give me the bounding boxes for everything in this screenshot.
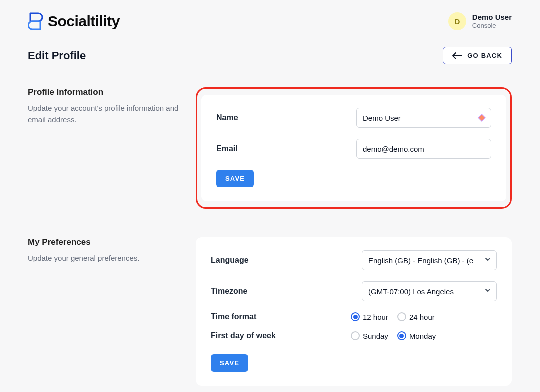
timeformat-label: Time format: [211, 312, 301, 321]
preferences-card: Language Timezone Time forma: [196, 237, 512, 386]
brand-logo[interactable]: Socialtility: [28, 12, 120, 31]
brand-logo-text: Socialtility: [48, 13, 120, 30]
firstday-label: First day of week: [211, 331, 301, 340]
timeformat-12h-label: 12 hour: [363, 313, 388, 321]
preferences-heading: My Preferences: [28, 237, 184, 247]
firstday-monday-label: Monday: [410, 332, 436, 340]
user-menu[interactable]: D Demo User Console: [448, 12, 512, 30]
language-select[interactable]: [362, 250, 497, 270]
name-input[interactable]: [356, 108, 492, 128]
user-role: Console: [472, 22, 512, 30]
firstday-monday-radio[interactable]: Monday: [398, 331, 436, 340]
profile-info-section: Profile Information Update your account'…: [28, 87, 512, 223]
timezone-select[interactable]: [362, 281, 497, 301]
go-back-button[interactable]: GO BACK: [443, 47, 512, 64]
arrow-left-icon: [452, 52, 462, 59]
radio-icon: [351, 331, 360, 340]
name-label: Name: [216, 113, 238, 122]
assistant-icon: [478, 113, 486, 122]
radio-icon: [398, 331, 406, 340]
timeformat-12h-radio[interactable]: 12 hour: [351, 312, 388, 321]
svg-marker-1: [479, 115, 485, 121]
profile-info-highlight: Name Email: [196, 87, 512, 209]
brand-logo-icon: [28, 12, 43, 31]
app-header: Socialtility D Demo User Console: [28, 12, 512, 31]
profile-info-card: Name Email: [202, 95, 506, 201]
email-input[interactable]: [356, 139, 492, 159]
avatar: D: [448, 12, 466, 30]
preferences-section: My Preferences Update your general prefe…: [28, 237, 512, 392]
preferences-desc: Update your general preferences.: [28, 252, 184, 264]
firstday-sunday-label: Sunday: [363, 332, 388, 340]
timeformat-radio-group: 12 hour 24 hour: [351, 312, 435, 321]
email-label: Email: [216, 144, 238, 153]
save-preferences-button[interactable]: SAVE: [211, 354, 248, 372]
profile-info-heading: Profile Information: [28, 87, 184, 97]
radio-icon: [351, 312, 360, 321]
timeformat-24h-label: 24 hour: [410, 313, 435, 321]
radio-icon: [398, 312, 406, 321]
profile-info-desc: Update your account's profile informatio…: [28, 102, 184, 126]
save-profile-button[interactable]: SAVE: [216, 170, 254, 187]
go-back-label: GO BACK: [468, 52, 502, 59]
language-label: Language: [211, 256, 249, 265]
page-title: Edit Profile: [28, 49, 86, 62]
firstday-radio-group: Sunday Monday: [351, 331, 436, 340]
firstday-sunday-radio[interactable]: Sunday: [351, 331, 388, 340]
timeformat-24h-radio[interactable]: 24 hour: [398, 312, 435, 321]
user-name: Demo User: [472, 13, 512, 22]
timezone-label: Timezone: [211, 287, 248, 296]
